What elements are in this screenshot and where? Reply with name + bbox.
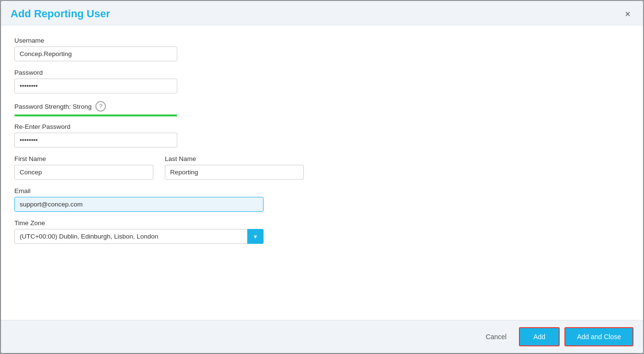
last-name-label: Last Name: [165, 155, 304, 162]
password-strength-text: Password Strength: Strong ?: [14, 101, 630, 112]
dialog-overlay: Add Reporting User × Username Password P…: [0, 0, 644, 354]
dialog-title: Add Reporting User: [11, 8, 110, 20]
username-group: Username: [14, 37, 630, 61]
username-label: Username: [14, 37, 630, 44]
password-strength-label: Password Strength: Strong: [14, 103, 92, 110]
first-name-input[interactable]: [14, 165, 153, 180]
timezone-label: Time Zone: [14, 219, 630, 227]
close-button[interactable]: ×: [622, 8, 633, 20]
email-group: Email: [14, 187, 630, 212]
timezone-group: Time Zone (UTC+00:00) Dublin, Edinburgh,…: [14, 219, 630, 244]
add-and-close-button[interactable]: Add and Close: [564, 327, 633, 346]
timezone-wrapper: (UTC+00:00) Dublin, Edinburgh, Lisbon, L…: [14, 229, 264, 244]
cancel-button[interactable]: Cancel: [478, 329, 515, 344]
last-name-input[interactable]: [165, 165, 304, 180]
reenter-password-input[interactable]: [14, 133, 177, 148]
name-row: First Name Last Name: [14, 155, 630, 180]
add-reporting-user-dialog: Add Reporting User × Username Password P…: [1, 1, 643, 353]
first-name-label: First Name: [14, 155, 153, 162]
reenter-password-group: Re-Enter Password: [14, 123, 630, 148]
username-input[interactable]: [14, 46, 177, 61]
strength-bar-container: [14, 114, 177, 116]
timezone-select[interactable]: (UTC+00:00) Dublin, Edinburgh, Lisbon, L…: [14, 229, 264, 244]
password-label: Password: [14, 69, 630, 76]
email-label: Email: [14, 187, 630, 194]
password-strength-section: Password Strength: Strong ?: [14, 101, 630, 116]
strength-bar: [14, 114, 177, 116]
dialog-header: Add Reporting User ×: [1, 1, 643, 25]
password-group: Password: [14, 69, 630, 93]
email-input[interactable]: [14, 197, 264, 212]
first-name-group: First Name: [14, 155, 153, 180]
reenter-password-label: Re-Enter Password: [14, 123, 630, 130]
password-input[interactable]: [14, 79, 177, 93]
help-icon[interactable]: ?: [95, 101, 106, 112]
dialog-body: Username Password Password Strength: Str…: [1, 25, 643, 320]
dialog-footer: Cancel Add Add and Close: [1, 320, 643, 353]
last-name-group: Last Name: [165, 155, 304, 180]
add-button[interactable]: Add: [519, 327, 560, 346]
